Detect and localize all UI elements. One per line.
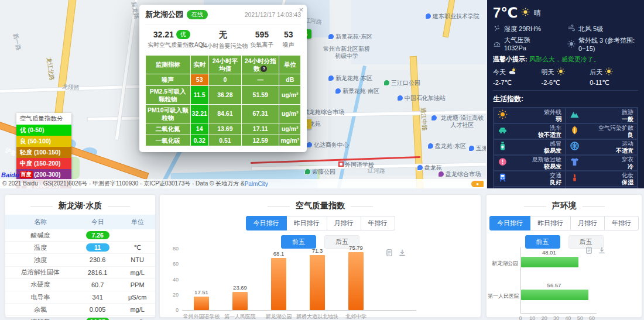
life-index-text: 感冒极易发 xyxy=(544,140,561,154)
bottle-icon xyxy=(498,141,508,153)
water-param-unit: PPM xyxy=(119,278,155,291)
bar xyxy=(521,257,578,267)
x-axis-tick: 20 xyxy=(540,315,549,320)
x-axis-category-label: 新桥大道以北地块 xyxy=(296,313,338,320)
lipstick-icon xyxy=(570,173,580,185)
poi-icon xyxy=(431,115,437,121)
close-icon[interactable]: × xyxy=(299,6,303,13)
sound-tab-月排行[interactable]: 月排行 xyxy=(571,216,605,230)
popup-table-header-cell: 单位 xyxy=(279,56,301,74)
water-param-value: 14.85 xyxy=(76,316,119,320)
water-table-row: 总溶解性固体2816.1mg/L xyxy=(5,266,155,278)
popup-stat-label: 噪声 xyxy=(278,41,299,49)
weather-icon xyxy=(605,67,613,77)
water-param-value: 60.7 xyxy=(76,278,119,291)
popup-stat-value: 无 xyxy=(200,30,245,40)
aqi-tab-今日排行[interactable]: 今日排行 xyxy=(246,216,287,230)
y-axis-category-label: 第一人民医院 xyxy=(488,293,518,300)
sound-tabs: 今日排行昨日排行月排行年排行 xyxy=(487,216,642,230)
train-icon xyxy=(498,173,508,185)
water-param-value: 2816.1 xyxy=(76,266,119,278)
map-label: 新龙花苑·东区 xyxy=(328,75,372,82)
life-index-cell: 紫外线弱 xyxy=(494,108,566,123)
value-pill: 14.85 xyxy=(86,318,109,320)
map-label: 龙江北路 xyxy=(46,57,56,81)
info-icon[interactable]: ? xyxy=(261,66,267,72)
y-axis-category-label: 新龙湖公园 xyxy=(488,260,518,267)
aqi-tab-昨日排行[interactable]: 昨日排行 xyxy=(287,216,327,230)
aqi-chart-card: 空气质量指数 今日排行昨日排行月排行年排行 前五后五 02040608017.5… xyxy=(159,194,481,318)
water-table-header-cell: 今日 xyxy=(76,215,119,229)
baidu-map[interactable]: 常工院辽河路校区-体育馆新一路龙江北路沪蓉高速龙须路新龙路天合路红河路三江口公园… xyxy=(0,0,486,188)
life-index-cell: 洗车较不适宜 xyxy=(494,123,566,139)
legend-item: 轻度 (100-150) xyxy=(16,147,71,158)
weather-condition: 晴 xyxy=(533,8,540,18)
poi-icon xyxy=(427,143,434,149)
wind-value: 北风 5级 xyxy=(578,25,603,33)
tip-label: 温馨小提示: xyxy=(493,56,527,63)
life-index-value: 保湿 xyxy=(622,179,633,186)
y-axis-tick: 80 xyxy=(165,246,179,252)
water-param-unit: mg/L xyxy=(119,316,155,320)
poi-icon xyxy=(438,171,444,177)
popup-table-cell: 17.11 xyxy=(241,123,279,135)
popup-stat: 53噪声 xyxy=(276,30,301,50)
popup-table-cell: — xyxy=(241,74,279,86)
dashboard: 常工院辽河路校区-体育馆新一路龙江北路沪蓉高速龙须路新龙路天合路红河路三江口公园… xyxy=(0,0,644,320)
poi-icon xyxy=(335,88,341,94)
water-param-name: 温度 xyxy=(5,242,76,254)
x-axis-tick: 10 xyxy=(527,315,537,320)
sound-tab-昨日排行[interactable]: 昨日排行 xyxy=(530,216,571,230)
life-index-name: 运动 xyxy=(616,140,633,147)
life-index-name: 化妆 xyxy=(622,172,633,179)
popup-table-header-row: 监测指标实时24小时平均值24小时分指数?单位 xyxy=(146,56,301,74)
metro-station-icon xyxy=(338,161,344,167)
poi-icon xyxy=(425,13,431,19)
aqi-card-title: 空气质量指数 xyxy=(296,201,345,211)
life-index-text: 化妆保湿 xyxy=(622,172,633,185)
x-axis-tick: 60 xyxy=(587,315,597,320)
aqi-tab-年排行[interactable]: 年排行 xyxy=(361,216,395,230)
bar-value-label: 48.01 xyxy=(542,249,556,256)
bar-value-label: 56.57 xyxy=(547,282,561,288)
life-index-name: 息斯敏过敏 xyxy=(532,156,561,163)
poi-icon xyxy=(383,80,390,86)
popup-table-cell: ug/m³ xyxy=(279,105,301,123)
pressure-value: 1032Pa xyxy=(504,44,526,51)
map-label: 新景花苑·南区 xyxy=(335,88,379,95)
sound-tab-年排行[interactable]: 年排行 xyxy=(605,216,639,230)
water-table-row: 浊度230.6NTU xyxy=(5,254,155,266)
water-table-row: 水硬度60.7PPM xyxy=(5,278,155,291)
popup-table-cell: 51.59 xyxy=(241,85,279,104)
life-index-text: 交通良好 xyxy=(550,172,561,185)
popup-table-cell: mg/m³ xyxy=(279,135,301,146)
palmcity-link[interactable]: PalmCity xyxy=(245,181,268,187)
sound-tab-今日排行[interactable]: 今日排行 xyxy=(489,216,530,230)
aqi-tab-月排行[interactable]: 月排行 xyxy=(327,216,361,230)
life-index-value: 极易发 xyxy=(544,147,561,154)
poi-icon xyxy=(306,142,313,148)
sound-card-title: 声环境 xyxy=(552,201,577,211)
water-param-value: 7.26 xyxy=(76,229,119,242)
map-copyright: © 2021 Baidu - GS(2021)6026号 - 甲测资字11009… xyxy=(2,180,245,188)
water-param-name: 余氯 xyxy=(5,304,76,316)
map-label: 五洲国际 xyxy=(468,145,486,152)
popup-stat-label: 负氧离子 xyxy=(251,41,274,49)
wheel-icon xyxy=(570,141,580,153)
poi-icon xyxy=(328,75,334,81)
aqi-bar-chart: 02040608017.51常州外国语学校23.69第一人民医院68.1新龙湖公… xyxy=(160,245,482,318)
water-param-value: 230.6 xyxy=(76,254,119,266)
popup-table-cell: PM2.5可吸入颗粒物 xyxy=(146,85,191,104)
leaf-icon xyxy=(570,125,580,137)
poi-icon xyxy=(304,168,311,175)
popup-table-cell: 32.21 xyxy=(190,105,208,123)
mountain-icon xyxy=(570,109,580,122)
popup-table-row: 一氧化碳0.320.5112.59mg/m³ xyxy=(146,135,301,146)
popup-title: 新龙湖公园 xyxy=(145,9,183,20)
water-quality-card: 新龙湖·水质 名称今日单位 酸碱度7.26温度11℃浊度230.6NTU总溶解性… xyxy=(5,194,156,318)
aqi-legend-title: 空气质量指数分 xyxy=(16,113,71,125)
y-axis-tick: 60 xyxy=(165,261,179,267)
popup-table-cell: 一氧化碳 xyxy=(146,135,191,146)
map-label: 辽河路 xyxy=(368,167,386,174)
life-index-value: 一般 xyxy=(622,116,633,123)
